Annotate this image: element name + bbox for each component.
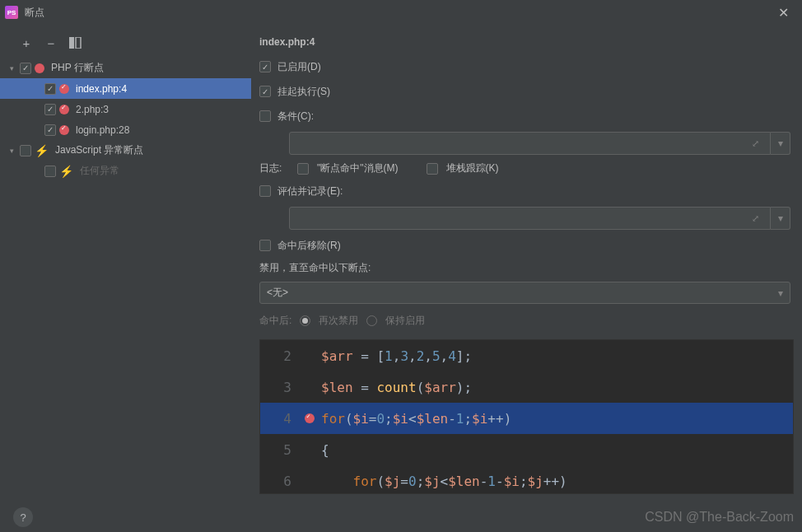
chevron-down-icon: ▾: [778, 287, 783, 299]
right-panel: index.php:4 已启用(D) 挂起执行(S) 条件(C): ⤢ ▾ 日志…: [251, 25, 802, 494]
condition-checkbox[interactable]: [259, 110, 271, 122]
breakpoint-icon: [35, 63, 44, 73]
condition-row: 条件(C):: [259, 107, 794, 125]
tree-item-index[interactable]: index.php:4: [0, 78, 251, 99]
code-line-current: 4 for($i=0;$i<$len-1;$i++): [260, 403, 793, 434]
condition-input[interactable]: ⤢: [289, 132, 771, 155]
suspend-checkbox[interactable]: [259, 86, 271, 97]
evaluate-history-button[interactable]: ▾: [771, 207, 790, 230]
code-text: $arr = [1,3,2,5,4];: [318, 348, 793, 364]
evaluate-input[interactable]: ⤢: [289, 207, 771, 230]
tree-group-label: JavaScript 异常断点: [55, 143, 143, 157]
suspend-row: 挂起执行(S): [259, 82, 794, 100]
tree-item-login[interactable]: login.php:28: [0, 119, 251, 140]
stack-checkbox[interactable]: [427, 163, 438, 175]
titlebar: PS 断点 ✕: [0, 0, 802, 25]
close-icon[interactable]: ✕: [770, 2, 797, 24]
window-title: 断点: [25, 6, 44, 20]
remove-after-label: 命中后移除(R): [277, 239, 341, 253]
code-preview: 2 $arr = [1,3,2,5,4]; 3 $len = count($ar…: [259, 339, 794, 494]
watermark: CSDN @The-Back-Zoom: [645, 510, 794, 525]
remove-after-checkbox[interactable]: [259, 240, 271, 251]
radio-keep-enabled[interactable]: [366, 315, 377, 326]
line-number: 6: [260, 474, 301, 489]
code-text: for($i=0;$i<$len-1;$i++): [318, 411, 793, 427]
tree-item-label: login.php:28: [76, 124, 129, 136]
enabled-row: 已启用(D): [259, 58, 794, 76]
code-text: $len = count($arr);: [318, 380, 793, 395]
add-button[interactable]: +: [20, 36, 33, 49]
details-title: index.php:4: [259, 36, 794, 48]
checkbox[interactable]: [44, 83, 56, 95]
code-line: 5 {: [260, 434, 793, 465]
tree-group-label: PHP 行断点: [51, 61, 104, 75]
remove-button[interactable]: −: [44, 36, 58, 49]
evaluate-label: 评估并记录(E):: [277, 184, 343, 198]
enabled-checkbox[interactable]: [259, 61, 271, 72]
disable-until-select[interactable]: <无> ▾: [259, 282, 790, 304]
breakpoint-verified-icon: [59, 105, 69, 114]
line-number: 4: [260, 411, 301, 427]
expand-icon[interactable]: ⤢: [752, 138, 763, 149]
radio-disable-again[interactable]: [300, 315, 310, 326]
checkbox[interactable]: [44, 124, 56, 136]
radio-disable-label: 再次禁用: [319, 314, 358, 328]
log-hit-label: "断点命中"消息(M): [317, 161, 399, 175]
tree-item-any-exception[interactable]: ⚡ 任何异常: [0, 161, 251, 181]
log-label: 日志:: [259, 161, 289, 175]
svg-rect-1: [76, 37, 81, 49]
stack-label: 堆栈跟踪(K): [446, 161, 499, 175]
enabled-label: 已启用(D): [277, 60, 321, 74]
log-row: 日志: "断点命中"消息(M) 堆栈跟踪(K): [259, 161, 794, 175]
breakpoint-verified-icon[interactable]: [305, 413, 315, 423]
line-number: 2: [260, 348, 301, 364]
footer: ? CSDN @The-Back-Zoom: [13, 507, 794, 527]
breakpoint-verified-icon: [59, 84, 69, 94]
checkbox[interactable]: [44, 166, 56, 177]
breakpoint-verified-icon: [59, 125, 69, 135]
disable-until-label: 禁用，直至命中以下断点:: [259, 261, 794, 275]
remove-after-row: 命中后移除(R): [259, 236, 794, 254]
log-hit-checkbox[interactable]: [297, 163, 309, 175]
tree-group-js[interactable]: ▾ ⚡ JavaScript 异常断点: [0, 140, 251, 161]
expand-icon[interactable]: ⤢: [752, 213, 763, 224]
after-hit-label: 命中后:: [259, 314, 291, 328]
code-line: 2 $arr = [1,3,2,5,4];: [260, 340, 793, 371]
tree-toolbar: + −: [0, 31, 251, 58]
evaluate-checkbox[interactable]: [259, 185, 271, 197]
tree-item-2php[interactable]: 2.php:3: [0, 99, 251, 119]
condition-input-row: ⤢ ▾: [289, 132, 790, 155]
breakpoint-tree: ▾ PHP 行断点 index.php:4 2.php:3 login.php:…: [0, 58, 251, 494]
code-line: 3 $len = count($arr);: [260, 371, 793, 403]
condition-history-button[interactable]: ▾: [771, 132, 790, 155]
evaluate-input-row: ⤢ ▾: [289, 207, 790, 230]
suspend-label: 挂起执行(S): [277, 85, 330, 99]
after-hit-row: 命中后: 再次禁用 保持启用: [259, 314, 794, 328]
checkbox[interactable]: [44, 104, 56, 115]
exception-icon: ⚡: [59, 166, 73, 176]
help-button[interactable]: ?: [13, 507, 33, 527]
svg-rect-0: [69, 37, 74, 49]
app-icon: PS: [5, 6, 18, 19]
checkbox[interactable]: [20, 63, 31, 74]
disable-until-value: <无>: [267, 286, 288, 300]
code-text: {: [318, 442, 793, 458]
exception-icon: ⚡: [35, 146, 49, 156]
checkbox[interactable]: [20, 145, 31, 156]
group-by-button[interactable]: [69, 36, 82, 49]
evaluate-row: 评估并记录(E):: [259, 182, 794, 200]
chevron-down-icon[interactable]: ▾: [7, 64, 16, 72]
tree-item-label: 2.php:3: [76, 104, 109, 115]
line-number: 3: [260, 380, 301, 395]
chevron-down-icon[interactable]: ▾: [7, 147, 16, 155]
left-panel: + − ▾ PHP 行断点 index.php:4 2.php:3: [0, 25, 251, 494]
condition-label: 条件(C):: [277, 110, 314, 124]
code-text: for($j=0;$j<$len-1-$i;$j++): [318, 474, 793, 489]
radio-keep-label: 保持启用: [385, 314, 425, 328]
line-number: 5: [260, 442, 301, 458]
tree-group-php[interactable]: ▾ PHP 行断点: [0, 58, 251, 78]
code-line: 6 for($j=0;$j<$len-1-$i;$j++): [260, 465, 793, 494]
tree-item-label: 任何异常: [80, 164, 119, 178]
tree-item-label: index.php:4: [76, 83, 127, 95]
